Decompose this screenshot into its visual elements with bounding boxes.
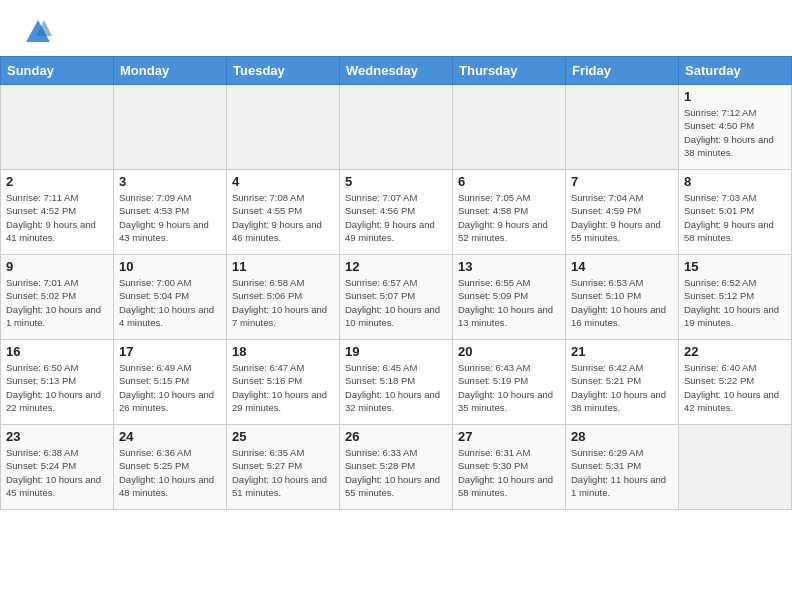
calendar-day-cell: 1Sunrise: 7:12 AM Sunset: 4:50 PM Daylig…	[679, 85, 792, 170]
day-number: 16	[6, 344, 108, 359]
calendar-week-row: 2Sunrise: 7:11 AM Sunset: 4:52 PM Daylig…	[1, 170, 792, 255]
calendar-day-cell: 19Sunrise: 6:45 AM Sunset: 5:18 PM Dayli…	[340, 340, 453, 425]
calendar-week-row: 16Sunrise: 6:50 AM Sunset: 5:13 PM Dayli…	[1, 340, 792, 425]
day-info: Sunrise: 6:38 AM Sunset: 5:24 PM Dayligh…	[6, 446, 108, 499]
day-info: Sunrise: 7:03 AM Sunset: 5:01 PM Dayligh…	[684, 191, 786, 244]
calendar-day-cell: 25Sunrise: 6:35 AM Sunset: 5:27 PM Dayli…	[227, 425, 340, 510]
day-info: Sunrise: 7:00 AM Sunset: 5:04 PM Dayligh…	[119, 276, 221, 329]
calendar-day-cell: 14Sunrise: 6:53 AM Sunset: 5:10 PM Dayli…	[566, 255, 679, 340]
day-number: 23	[6, 429, 108, 444]
day-info: Sunrise: 6:50 AM Sunset: 5:13 PM Dayligh…	[6, 361, 108, 414]
day-info: Sunrise: 7:12 AM Sunset: 4:50 PM Dayligh…	[684, 106, 786, 159]
calendar-day-cell	[566, 85, 679, 170]
calendar-day-cell: 11Sunrise: 6:58 AM Sunset: 5:06 PM Dayli…	[227, 255, 340, 340]
day-info: Sunrise: 6:35 AM Sunset: 5:27 PM Dayligh…	[232, 446, 334, 499]
logo	[24, 18, 56, 46]
calendar-day-cell: 17Sunrise: 6:49 AM Sunset: 5:15 PM Dayli…	[114, 340, 227, 425]
day-number: 7	[571, 174, 673, 189]
day-info: Sunrise: 6:45 AM Sunset: 5:18 PM Dayligh…	[345, 361, 447, 414]
day-info: Sunrise: 7:01 AM Sunset: 5:02 PM Dayligh…	[6, 276, 108, 329]
day-number: 10	[119, 259, 221, 274]
day-info: Sunrise: 6:52 AM Sunset: 5:12 PM Dayligh…	[684, 276, 786, 329]
weekday-header: Thursday	[453, 57, 566, 85]
day-number: 18	[232, 344, 334, 359]
day-number: 11	[232, 259, 334, 274]
calendar-day-cell: 26Sunrise: 6:33 AM Sunset: 5:28 PM Dayli…	[340, 425, 453, 510]
day-number: 12	[345, 259, 447, 274]
day-info: Sunrise: 6:31 AM Sunset: 5:30 PM Dayligh…	[458, 446, 560, 499]
day-number: 22	[684, 344, 786, 359]
day-info: Sunrise: 6:57 AM Sunset: 5:07 PM Dayligh…	[345, 276, 447, 329]
calendar-day-cell: 15Sunrise: 6:52 AM Sunset: 5:12 PM Dayli…	[679, 255, 792, 340]
logo-icon	[24, 18, 52, 46]
day-info: Sunrise: 6:47 AM Sunset: 5:16 PM Dayligh…	[232, 361, 334, 414]
day-info: Sunrise: 7:05 AM Sunset: 4:58 PM Dayligh…	[458, 191, 560, 244]
day-info: Sunrise: 7:08 AM Sunset: 4:55 PM Dayligh…	[232, 191, 334, 244]
calendar-day-cell: 12Sunrise: 6:57 AM Sunset: 5:07 PM Dayli…	[340, 255, 453, 340]
weekday-header: Friday	[566, 57, 679, 85]
day-number: 3	[119, 174, 221, 189]
calendar-day-cell: 28Sunrise: 6:29 AM Sunset: 5:31 PM Dayli…	[566, 425, 679, 510]
day-number: 14	[571, 259, 673, 274]
day-info: Sunrise: 6:55 AM Sunset: 5:09 PM Dayligh…	[458, 276, 560, 329]
calendar-day-cell: 4Sunrise: 7:08 AM Sunset: 4:55 PM Daylig…	[227, 170, 340, 255]
day-info: Sunrise: 7:11 AM Sunset: 4:52 PM Dayligh…	[6, 191, 108, 244]
calendar-week-row: 23Sunrise: 6:38 AM Sunset: 5:24 PM Dayli…	[1, 425, 792, 510]
day-info: Sunrise: 6:36 AM Sunset: 5:25 PM Dayligh…	[119, 446, 221, 499]
day-info: Sunrise: 6:29 AM Sunset: 5:31 PM Dayligh…	[571, 446, 673, 499]
calendar-day-cell: 3Sunrise: 7:09 AM Sunset: 4:53 PM Daylig…	[114, 170, 227, 255]
calendar-day-cell: 2Sunrise: 7:11 AM Sunset: 4:52 PM Daylig…	[1, 170, 114, 255]
calendar-day-cell	[1, 85, 114, 170]
calendar-day-cell	[114, 85, 227, 170]
calendar-day-cell	[679, 425, 792, 510]
calendar-day-cell: 7Sunrise: 7:04 AM Sunset: 4:59 PM Daylig…	[566, 170, 679, 255]
day-info: Sunrise: 7:04 AM Sunset: 4:59 PM Dayligh…	[571, 191, 673, 244]
day-info: Sunrise: 6:33 AM Sunset: 5:28 PM Dayligh…	[345, 446, 447, 499]
weekday-header: Monday	[114, 57, 227, 85]
calendar-week-row: 9Sunrise: 7:01 AM Sunset: 5:02 PM Daylig…	[1, 255, 792, 340]
day-number: 24	[119, 429, 221, 444]
day-number: 25	[232, 429, 334, 444]
weekday-header: Wednesday	[340, 57, 453, 85]
day-number: 20	[458, 344, 560, 359]
calendar-day-cell	[453, 85, 566, 170]
calendar-day-cell	[340, 85, 453, 170]
calendar-day-cell: 24Sunrise: 6:36 AM Sunset: 5:25 PM Dayli…	[114, 425, 227, 510]
calendar-day-cell: 5Sunrise: 7:07 AM Sunset: 4:56 PM Daylig…	[340, 170, 453, 255]
day-number: 15	[684, 259, 786, 274]
day-number: 8	[684, 174, 786, 189]
calendar-day-cell: 23Sunrise: 6:38 AM Sunset: 5:24 PM Dayli…	[1, 425, 114, 510]
day-info: Sunrise: 6:53 AM Sunset: 5:10 PM Dayligh…	[571, 276, 673, 329]
weekday-header: Saturday	[679, 57, 792, 85]
day-info: Sunrise: 6:40 AM Sunset: 5:22 PM Dayligh…	[684, 361, 786, 414]
day-number: 4	[232, 174, 334, 189]
day-number: 6	[458, 174, 560, 189]
day-number: 2	[6, 174, 108, 189]
calendar-day-cell: 6Sunrise: 7:05 AM Sunset: 4:58 PM Daylig…	[453, 170, 566, 255]
day-number: 1	[684, 89, 786, 104]
weekday-header: Sunday	[1, 57, 114, 85]
day-number: 26	[345, 429, 447, 444]
weekday-header: Tuesday	[227, 57, 340, 85]
calendar-day-cell: 20Sunrise: 6:43 AM Sunset: 5:19 PM Dayli…	[453, 340, 566, 425]
day-number: 28	[571, 429, 673, 444]
day-number: 17	[119, 344, 221, 359]
day-number: 27	[458, 429, 560, 444]
calendar-day-cell: 22Sunrise: 6:40 AM Sunset: 5:22 PM Dayli…	[679, 340, 792, 425]
calendar-day-cell: 13Sunrise: 6:55 AM Sunset: 5:09 PM Dayli…	[453, 255, 566, 340]
calendar-day-cell: 21Sunrise: 6:42 AM Sunset: 5:21 PM Dayli…	[566, 340, 679, 425]
day-info: Sunrise: 7:09 AM Sunset: 4:53 PM Dayligh…	[119, 191, 221, 244]
calendar-day-cell	[227, 85, 340, 170]
calendar-day-cell: 8Sunrise: 7:03 AM Sunset: 5:01 PM Daylig…	[679, 170, 792, 255]
calendar-day-cell: 16Sunrise: 6:50 AM Sunset: 5:13 PM Dayli…	[1, 340, 114, 425]
calendar-table: SundayMondayTuesdayWednesdayThursdayFrid…	[0, 56, 792, 510]
day-number: 19	[345, 344, 447, 359]
calendar-day-cell: 10Sunrise: 7:00 AM Sunset: 5:04 PM Dayli…	[114, 255, 227, 340]
day-info: Sunrise: 6:43 AM Sunset: 5:19 PM Dayligh…	[458, 361, 560, 414]
day-info: Sunrise: 7:07 AM Sunset: 4:56 PM Dayligh…	[345, 191, 447, 244]
day-number: 9	[6, 259, 108, 274]
day-info: Sunrise: 6:49 AM Sunset: 5:15 PM Dayligh…	[119, 361, 221, 414]
day-info: Sunrise: 6:42 AM Sunset: 5:21 PM Dayligh…	[571, 361, 673, 414]
day-number: 13	[458, 259, 560, 274]
day-number: 5	[345, 174, 447, 189]
